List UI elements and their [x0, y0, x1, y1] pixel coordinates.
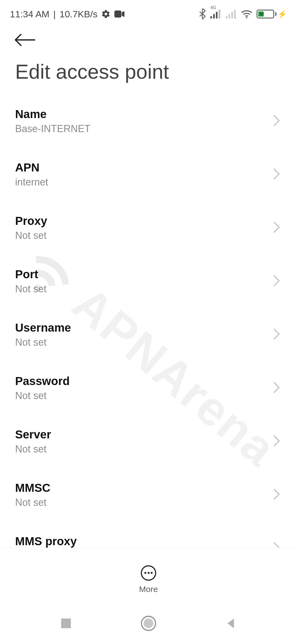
more-dots-icon — [144, 572, 153, 574]
setting-item-name[interactable]: NameBase-INTERNET — [0, 94, 297, 148]
back-button[interactable] — [14, 33, 36, 50]
svg-rect-4 — [219, 10, 220, 18]
settings-scroll[interactable]: NameBase-INTERNETAPNinternetProxyNot set… — [0, 94, 297, 612]
chevron-right-icon — [273, 435, 280, 448]
more-label: More — [139, 585, 158, 594]
setting-value: Not set — [15, 390, 70, 402]
chevron-right-icon — [273, 275, 280, 288]
battery-percent: 38 — [258, 11, 263, 17]
svg-point-13 — [144, 619, 153, 628]
wifi-icon — [241, 10, 252, 18]
setting-value: Not set — [15, 230, 47, 241]
setting-item-server[interactable]: ServerNot set — [0, 415, 297, 468]
system-nav-bar — [0, 603, 297, 644]
chevron-right-icon — [273, 488, 280, 501]
setting-value: Not set — [15, 337, 71, 348]
status-left: 11:34 AM | 10.7KB/s — [10, 9, 125, 20]
setting-label: MMS proxy — [15, 535, 77, 548]
setting-value: Base-INTERNET — [15, 123, 90, 135]
chevron-right-icon — [273, 328, 280, 341]
setting-item-mmsc[interactable]: MMSCNot set — [0, 468, 297, 522]
setting-item-username[interactable]: UsernameNot set — [0, 308, 297, 361]
battery-indicator: 38 ⚡ — [257, 10, 287, 19]
signal2-icon: x — [226, 10, 237, 18]
signal1-label: 4G — [210, 5, 216, 10]
setting-item-port[interactable]: PortNot set — [0, 255, 297, 308]
svg-rect-0 — [114, 10, 121, 17]
setting-label: Username — [15, 321, 71, 334]
setting-value: Not set — [15, 443, 51, 455]
page-title: Edit access point — [15, 60, 282, 83]
svg-rect-1 — [210, 16, 212, 18]
nav-back-button[interactable] — [215, 607, 248, 640]
status-bar: 11:34 AM | 10.7KB/s 4G x 38 ⚡ — [0, 0, 297, 25]
svg-text:x: x — [235, 16, 237, 18]
status-right: 4G x 38 ⚡ — [199, 9, 287, 20]
chevron-right-icon — [273, 168, 280, 181]
nav-home-button[interactable] — [132, 607, 165, 640]
status-separator: | — [53, 9, 56, 20]
svg-rect-11 — [61, 618, 71, 628]
setting-label: Proxy — [15, 214, 47, 228]
svg-rect-2 — [213, 14, 215, 18]
setting-label: APN — [15, 161, 48, 174]
nav-recent-button[interactable] — [50, 607, 82, 640]
gear-icon — [101, 9, 111, 19]
chevron-right-icon — [273, 114, 280, 128]
more-button[interactable] — [141, 565, 156, 581]
setting-item-proxy[interactable]: ProxyNot set — [0, 201, 297, 255]
bluetooth-icon — [199, 9, 206, 20]
setting-label: Password — [15, 375, 70, 388]
settings-list: NameBase-INTERNETAPNinternetProxyNot set… — [0, 94, 297, 575]
setting-value: Not set — [15, 497, 50, 508]
video-icon — [114, 10, 125, 18]
status-net-speed: 10.7KB/s — [60, 9, 98, 20]
status-time: 11:34 AM — [10, 9, 50, 20]
svg-rect-3 — [216, 12, 218, 18]
svg-point-10 — [246, 17, 248, 18]
setting-item-apn[interactable]: APNinternet — [0, 148, 297, 201]
setting-item-password[interactable]: PasswordNot set — [0, 361, 297, 415]
signal1-icon: 4G — [210, 10, 221, 18]
svg-rect-7 — [231, 12, 233, 18]
svg-rect-6 — [229, 14, 230, 18]
setting-label: MMSC — [15, 481, 50, 495]
setting-label: Server — [15, 428, 51, 441]
setting-value: internet — [15, 176, 48, 188]
charging-icon: ⚡ — [277, 10, 287, 19]
setting-value: Not set — [15, 283, 46, 295]
chevron-right-icon — [273, 381, 280, 395]
chevron-right-icon — [273, 221, 280, 234]
setting-label: Name — [15, 108, 90, 121]
more-bar: More — [0, 548, 297, 603]
setting-label: Port — [15, 268, 46, 281]
svg-rect-5 — [226, 16, 227, 18]
